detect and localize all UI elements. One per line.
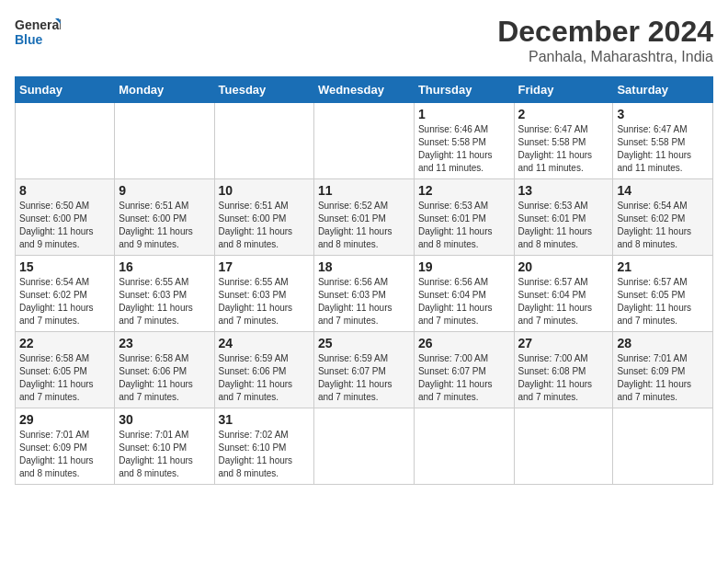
calendar-table: Sunday Monday Tuesday Wednesday Thursday… <box>15 76 713 485</box>
day-number: 31 <box>219 412 310 427</box>
day-info: Sunrise: 6:57 AMSunset: 6:05 PMDaylight:… <box>617 277 691 326</box>
day-number: 8 <box>19 183 110 198</box>
calendar-week-row: 29 Sunrise: 7:01 AMSunset: 6:09 PMDaylig… <box>16 408 713 485</box>
header-wednesday: Wednesday <box>313 77 414 103</box>
calendar-day-cell: 3 Sunrise: 6:47 AMSunset: 5:58 PMDayligh… <box>613 103 713 179</box>
day-number: 28 <box>617 336 709 350</box>
day-info: Sunrise: 7:00 AMSunset: 6:08 PMDaylight:… <box>518 353 593 402</box>
calendar-day-cell: 11 Sunrise: 6:52 AMSunset: 6:01 PMDaylig… <box>313 179 414 256</box>
day-info: Sunrise: 6:53 AMSunset: 6:01 PMDaylight:… <box>418 201 493 249</box>
calendar-day-cell: 30 Sunrise: 7:01 AMSunset: 6:10 PMDaylig… <box>115 408 214 485</box>
calendar-day-cell: 13 Sunrise: 6:53 AMSunset: 6:01 PMDaylig… <box>514 179 613 256</box>
day-number: 1 <box>418 107 510 121</box>
day-info: Sunrise: 6:51 AMSunset: 6:00 PMDaylight:… <box>119 201 193 249</box>
calendar-week-row: 15 Sunrise: 6:54 AMSunset: 6:02 PMDaylig… <box>16 256 713 332</box>
page-header: General Blue December 2024 Panhala, Maha… <box>15 15 713 65</box>
header-thursday: Thursday <box>414 77 514 103</box>
day-info: Sunrise: 6:53 AMSunset: 6:01 PMDaylight:… <box>518 201 593 249</box>
header-friday: Friday <box>514 77 613 103</box>
calendar-day-cell: 8 Sunrise: 6:50 AMSunset: 6:00 PMDayligh… <box>16 179 115 256</box>
day-info: Sunrise: 7:01 AMSunset: 6:09 PMDaylight:… <box>617 353 691 402</box>
header-monday: Monday <box>115 77 214 103</box>
calendar-day-cell: 16 Sunrise: 6:55 AMSunset: 6:03 PMDaylig… <box>115 256 214 332</box>
day-info: Sunrise: 6:57 AMSunset: 6:04 PMDaylight:… <box>518 277 593 326</box>
calendar-day-cell: 14 Sunrise: 6:54 AMSunset: 6:02 PMDaylig… <box>613 179 713 256</box>
day-info: Sunrise: 6:55 AMSunset: 6:03 PMDaylight:… <box>219 277 293 326</box>
day-number: 29 <box>19 412 110 427</box>
day-number: 18 <box>318 259 410 274</box>
day-number: 23 <box>119 336 210 350</box>
calendar-day-cell <box>16 103 115 179</box>
calendar-day-cell <box>115 103 214 179</box>
calendar-day-cell <box>214 103 313 179</box>
calendar-day-cell <box>313 408 414 485</box>
day-number: 21 <box>617 259 709 274</box>
day-info: Sunrise: 6:50 AMSunset: 6:00 PMDaylight:… <box>19 201 94 249</box>
title-block: December 2024 Panhala, Maharashtra, Indi… <box>497 15 713 65</box>
header-saturday: Saturday <box>613 77 713 103</box>
day-number: 11 <box>318 183 410 198</box>
day-info: Sunrise: 6:58 AMSunset: 6:05 PMDaylight:… <box>19 353 94 402</box>
calendar-day-cell: 18 Sunrise: 6:56 AMSunset: 6:03 PMDaylig… <box>313 256 414 332</box>
day-info: Sunrise: 6:51 AMSunset: 6:00 PMDaylight:… <box>219 201 293 249</box>
day-number: 15 <box>19 259 110 274</box>
calendar-day-cell: 25 Sunrise: 6:59 AMSunset: 6:07 PMDaylig… <box>313 332 414 408</box>
calendar-day-cell: 2 Sunrise: 6:47 AMSunset: 5:58 PMDayligh… <box>514 103 613 179</box>
day-info: Sunrise: 7:02 AMSunset: 6:10 PMDaylight:… <box>219 430 293 478</box>
day-info: Sunrise: 6:54 AMSunset: 6:02 PMDaylight:… <box>617 201 691 249</box>
location-subtitle: Panhala, Maharashtra, India <box>497 49 713 65</box>
svg-text:Blue: Blue <box>15 32 43 47</box>
calendar-day-cell: 9 Sunrise: 6:51 AMSunset: 6:00 PMDayligh… <box>115 179 214 256</box>
header-tuesday: Tuesday <box>214 77 313 103</box>
day-info: Sunrise: 6:54 AMSunset: 6:02 PMDaylight:… <box>19 277 94 326</box>
logo: General Blue <box>15 15 61 53</box>
calendar-day-cell: 21 Sunrise: 6:57 AMSunset: 6:05 PMDaylig… <box>613 256 713 332</box>
day-number: 24 <box>219 336 310 350</box>
day-number: 30 <box>119 412 210 427</box>
day-info: Sunrise: 6:47 AMSunset: 5:58 PMDaylight:… <box>617 124 691 173</box>
svg-text:General: General <box>15 17 61 32</box>
day-number: 12 <box>418 183 510 198</box>
day-number: 13 <box>518 183 609 198</box>
calendar-day-cell: 19 Sunrise: 6:56 AMSunset: 6:04 PMDaylig… <box>414 256 514 332</box>
month-title: December 2024 <box>497 15 713 49</box>
day-number: 2 <box>518 107 609 121</box>
calendar-day-cell: 15 Sunrise: 6:54 AMSunset: 6:02 PMDaylig… <box>16 256 115 332</box>
calendar-day-cell: 28 Sunrise: 7:01 AMSunset: 6:09 PMDaylig… <box>613 332 713 408</box>
calendar-day-cell: 27 Sunrise: 7:00 AMSunset: 6:08 PMDaylig… <box>514 332 613 408</box>
calendar-day-cell: 10 Sunrise: 6:51 AMSunset: 6:00 PMDaylig… <box>214 179 313 256</box>
calendar-day-cell: 17 Sunrise: 6:55 AMSunset: 6:03 PMDaylig… <box>214 256 313 332</box>
day-number: 26 <box>418 336 510 350</box>
day-info: Sunrise: 6:46 AMSunset: 5:58 PMDaylight:… <box>418 124 493 173</box>
logo-icon: General Blue <box>15 15 61 53</box>
day-number: 3 <box>617 107 709 121</box>
calendar-week-row: 8 Sunrise: 6:50 AMSunset: 6:00 PMDayligh… <box>16 179 713 256</box>
calendar-week-row: 1 Sunrise: 6:46 AMSunset: 5:58 PMDayligh… <box>16 103 713 179</box>
day-number: 16 <box>119 259 210 274</box>
day-info: Sunrise: 6:58 AMSunset: 6:06 PMDaylight:… <box>119 353 193 402</box>
day-number: 27 <box>518 336 609 350</box>
header-sunday: Sunday <box>16 77 115 103</box>
calendar-week-row: 22 Sunrise: 6:58 AMSunset: 6:05 PMDaylig… <box>16 332 713 408</box>
calendar-day-cell: 31 Sunrise: 7:02 AMSunset: 6:10 PMDaylig… <box>214 408 313 485</box>
day-number: 19 <box>418 259 510 274</box>
day-info: Sunrise: 6:52 AMSunset: 6:01 PMDaylight:… <box>318 201 392 249</box>
day-info: Sunrise: 6:47 AMSunset: 5:58 PMDaylight:… <box>518 124 593 173</box>
day-number: 14 <box>617 183 709 198</box>
calendar-day-cell: 26 Sunrise: 7:00 AMSunset: 6:07 PMDaylig… <box>414 332 514 408</box>
calendar-day-cell: 1 Sunrise: 6:46 AMSunset: 5:58 PMDayligh… <box>414 103 514 179</box>
calendar-day-cell <box>613 408 713 485</box>
day-number: 17 <box>219 259 310 274</box>
calendar-day-cell: 20 Sunrise: 6:57 AMSunset: 6:04 PMDaylig… <box>514 256 613 332</box>
day-number: 9 <box>119 183 210 198</box>
day-info: Sunrise: 7:01 AMSunset: 6:09 PMDaylight:… <box>19 430 94 478</box>
day-number: 20 <box>518 259 609 274</box>
calendar-day-cell <box>414 408 514 485</box>
day-info: Sunrise: 6:56 AMSunset: 6:03 PMDaylight:… <box>318 277 392 326</box>
day-number: 22 <box>19 336 110 350</box>
day-number: 10 <box>219 183 310 198</box>
calendar-day-cell: 12 Sunrise: 6:53 AMSunset: 6:01 PMDaylig… <box>414 179 514 256</box>
calendar-day-cell: 24 Sunrise: 6:59 AMSunset: 6:06 PMDaylig… <box>214 332 313 408</box>
calendar-day-cell: 22 Sunrise: 6:58 AMSunset: 6:05 PMDaylig… <box>16 332 115 408</box>
calendar-header-row: Sunday Monday Tuesday Wednesday Thursday… <box>16 77 713 103</box>
